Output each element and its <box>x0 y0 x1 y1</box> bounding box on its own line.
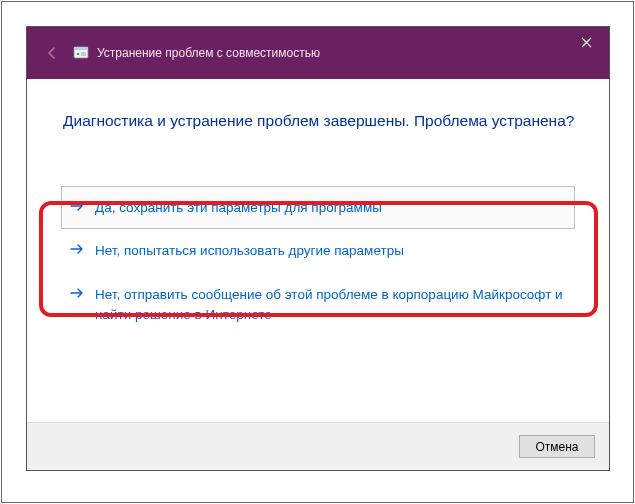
back-arrow-icon[interactable] <box>41 42 63 64</box>
wizard-icon <box>73 45 89 61</box>
dialog-footer: Отмена <box>27 422 609 470</box>
option-no-report[interactable]: Нет, отправить сообщение об этой проблем… <box>61 273 575 336</box>
option-label: Нет, отправить сообщение об этой проблем… <box>95 285 565 324</box>
svg-point-2 <box>77 53 80 56</box>
window-title: Устранение проблем с совместимостью <box>97 46 320 60</box>
option-yes-save[interactable]: Да, сохранить эти параметры для программ… <box>61 186 575 230</box>
compatibility-troubleshooter-dialog: Устранение проблем с совместимостью Диаг… <box>26 26 610 471</box>
main-heading: Диагностика и устранение проблем заверше… <box>61 111 575 132</box>
option-no-try-other[interactable]: Нет, попытаться использовать другие пара… <box>61 229 575 273</box>
arrow-right-icon <box>69 199 85 213</box>
dialog-content: Диагностика и устранение проблем заверше… <box>27 79 609 422</box>
close-button[interactable] <box>563 27 609 57</box>
svg-rect-1 <box>74 47 88 50</box>
screenshot-frame: Устранение проблем с совместимостью Диаг… <box>1 1 634 503</box>
titlebar: Устранение проблем с совместимостью <box>27 27 609 79</box>
options-list: Да, сохранить эти параметры для программ… <box>61 186 575 336</box>
cancel-button[interactable]: Отмена <box>519 435 595 458</box>
option-label: Нет, попытаться использовать другие пара… <box>95 241 565 261</box>
arrow-right-icon <box>69 242 85 256</box>
arrow-right-icon <box>69 286 85 300</box>
option-label: Да, сохранить эти параметры для программ… <box>95 198 565 218</box>
